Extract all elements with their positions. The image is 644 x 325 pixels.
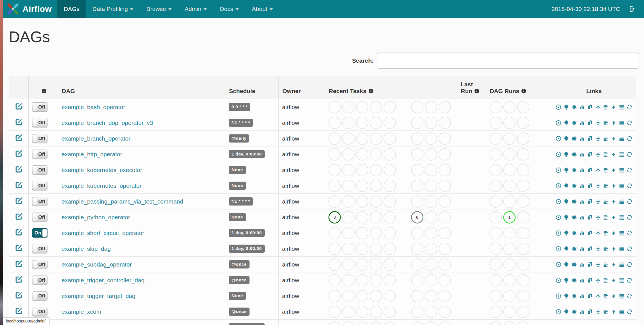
- code-view-icon[interactable]: [611, 245, 617, 252]
- edit-dag-icon[interactable]: [15, 165, 23, 173]
- landing-times-icon[interactable]: [595, 119, 601, 127]
- dag-details-icon[interactable]: [619, 119, 625, 127]
- refresh-dag-icon[interactable]: [627, 277, 632, 284]
- tree-view-icon[interactable]: [563, 151, 569, 158]
- code-view-icon[interactable]: [611, 103, 617, 111]
- dag-link[interactable]: example_short_circuit_operator: [62, 230, 144, 236]
- task-tries-icon[interactable]: [587, 182, 593, 189]
- dag-pause-toggle[interactable]: Off: [32, 307, 47, 316]
- task-duration-icon[interactable]: [579, 166, 585, 174]
- task-duration-icon[interactable]: [579, 135, 585, 142]
- refresh-dag-icon[interactable]: [627, 103, 632, 111]
- code-view-icon[interactable]: [611, 151, 617, 158]
- edit-dag-icon[interactable]: [15, 260, 23, 268]
- dag-link[interactable]: example_trigger_target_dag: [62, 293, 135, 299]
- gantt-view-icon[interactable]: [603, 166, 609, 174]
- dag-details-icon[interactable]: [619, 214, 625, 221]
- gantt-view-icon[interactable]: [603, 119, 609, 127]
- code-view-icon[interactable]: [611, 308, 617, 315]
- landing-times-icon[interactable]: [595, 151, 601, 158]
- landing-times-icon[interactable]: [595, 324, 601, 325]
- task-duration-icon[interactable]: [579, 119, 585, 127]
- edit-dag-icon[interactable]: [15, 134, 23, 142]
- refresh-dag-icon[interactable]: [627, 135, 632, 142]
- graph-view-icon[interactable]: [571, 245, 577, 252]
- refresh-dag-icon[interactable]: [627, 166, 632, 174]
- dag-link[interactable]: example_subdag_operator: [62, 261, 132, 268]
- task-duration-icon[interactable]: [579, 214, 585, 221]
- landing-times-icon[interactable]: [595, 308, 601, 315]
- code-view-icon[interactable]: [611, 292, 617, 300]
- edit-dag-icon[interactable]: [15, 102, 23, 110]
- dag-link[interactable]: example_python_operator: [62, 214, 130, 220]
- refresh-dag-icon[interactable]: [627, 214, 632, 221]
- nav-item-admin[interactable]: Admin: [178, 0, 214, 18]
- dag-link[interactable]: exxxample_skip_dag: [62, 324, 117, 325]
- task-tries-icon[interactable]: [587, 245, 593, 252]
- task-count-circle[interactable]: 3: [328, 211, 341, 224]
- nav-item-about[interactable]: About: [245, 0, 279, 18]
- tree-view-icon[interactable]: [563, 277, 569, 284]
- tree-view-icon[interactable]: [563, 135, 569, 142]
- task-duration-icon[interactable]: [579, 308, 585, 315]
- tree-view-icon[interactable]: [563, 214, 569, 221]
- trigger-dag-icon[interactable]: [555, 324, 561, 325]
- refresh-dag-icon[interactable]: [627, 198, 632, 205]
- graph-view-icon[interactable]: [571, 324, 577, 325]
- dag-details-icon[interactable]: [619, 166, 625, 174]
- task-tries-icon[interactable]: [587, 308, 593, 315]
- dag-pause-toggle[interactable]: Off: [32, 165, 47, 175]
- dag-link[interactable]: example_bash_operator: [62, 104, 125, 110]
- landing-times-icon[interactable]: [595, 182, 601, 189]
- logout-icon[interactable]: [629, 5, 636, 13]
- tree-view-icon[interactable]: [563, 182, 569, 189]
- tree-view-icon[interactable]: [563, 166, 569, 174]
- dag-pause-toggle[interactable]: Off: [32, 118, 47, 127]
- graph-view-icon[interactable]: [571, 292, 577, 300]
- task-duration-icon[interactable]: [579, 261, 585, 268]
- graph-view-icon[interactable]: [571, 151, 577, 158]
- dag-link[interactable]: example_kubernetes_executor: [62, 167, 142, 173]
- task-count-circle[interactable]: 1: [503, 211, 516, 224]
- search-input[interactable]: [377, 53, 639, 69]
- task-tries-icon[interactable]: [587, 261, 593, 268]
- refresh-dag-icon[interactable]: [627, 229, 632, 237]
- dag-pause-toggle[interactable]: On: [32, 228, 47, 238]
- trigger-dag-icon[interactable]: [555, 308, 561, 315]
- task-duration-icon[interactable]: [579, 229, 585, 237]
- gantt-view-icon[interactable]: [603, 308, 609, 315]
- task-tries-icon[interactable]: [587, 292, 593, 300]
- dag-link[interactable]: example_branch_dop_operator_v3: [62, 119, 153, 126]
- landing-times-icon[interactable]: [595, 135, 601, 142]
- graph-view-icon[interactable]: [571, 198, 577, 205]
- refresh-dag-icon[interactable]: [627, 182, 632, 189]
- dag-link[interactable]: example_trigger_controller_dag: [62, 277, 144, 283]
- refresh-dag-icon[interactable]: [627, 119, 632, 127]
- dag-details-icon[interactable]: [619, 135, 625, 142]
- gantt-view-icon[interactable]: [603, 229, 609, 237]
- refresh-dag-icon[interactable]: [627, 245, 632, 252]
- nav-item-browse[interactable]: Browse: [140, 0, 178, 18]
- refresh-dag-icon[interactable]: [627, 261, 632, 268]
- dag-link[interactable]: example_branch_operator: [62, 135, 130, 142]
- task-tries-icon[interactable]: [587, 119, 593, 127]
- refresh-dag-icon[interactable]: [627, 324, 632, 325]
- task-duration-icon[interactable]: [579, 151, 585, 158]
- gantt-view-icon[interactable]: [603, 245, 609, 252]
- code-view-icon[interactable]: [611, 182, 617, 189]
- edit-dag-icon[interactable]: [15, 118, 23, 126]
- nav-item-docs[interactable]: Docs: [213, 0, 245, 18]
- dag-pause-toggle[interactable]: Off: [32, 150, 47, 159]
- gantt-view-icon[interactable]: [603, 198, 609, 205]
- dag-details-icon[interactable]: [619, 229, 625, 237]
- graph-view-icon[interactable]: [571, 119, 577, 127]
- gantt-view-icon[interactable]: [603, 214, 609, 221]
- tree-view-icon[interactable]: [563, 245, 569, 252]
- gantt-view-icon[interactable]: [603, 103, 609, 111]
- code-view-icon[interactable]: [611, 261, 617, 268]
- trigger-dag-icon[interactable]: [555, 277, 561, 284]
- task-duration-icon[interactable]: [579, 103, 585, 111]
- trigger-dag-icon[interactable]: [555, 214, 561, 221]
- task-tries-icon[interactable]: [587, 103, 593, 111]
- landing-times-icon[interactable]: [595, 245, 601, 252]
